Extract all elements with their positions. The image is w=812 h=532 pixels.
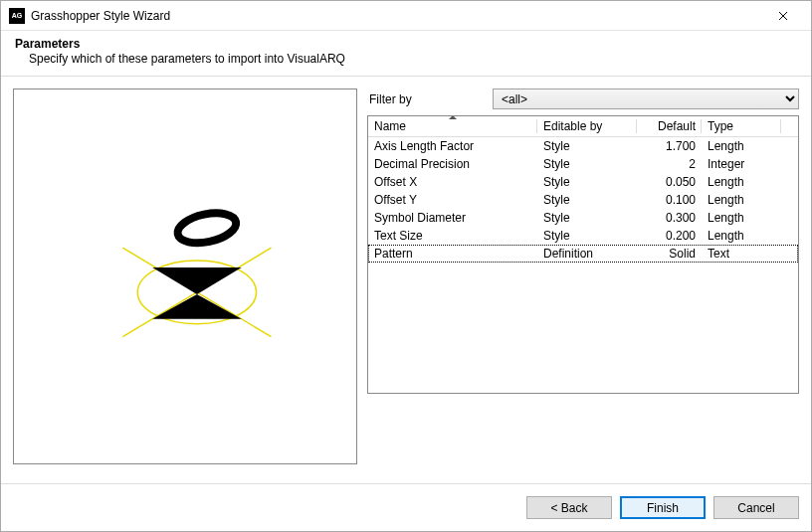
cell-editable_by: Style <box>537 137 637 156</box>
cell-default: 1.700 <box>637 137 702 156</box>
cell-editable_by: Style <box>537 155 637 173</box>
cell-spacer <box>781 209 798 227</box>
svg-point-3 <box>175 208 239 248</box>
header: Parameters Specify which of these parame… <box>1 31 811 77</box>
table-row[interactable]: Offset XStyle0.050Length <box>368 173 798 191</box>
cell-name: Text Size <box>368 227 537 245</box>
filter-select[interactable]: <all> <box>493 89 799 109</box>
back-button[interactable]: < Back <box>526 496 612 519</box>
page-title: Parameters <box>15 37 797 51</box>
cell-name: Symbol Diameter <box>368 209 537 227</box>
footer: < Back Finish Cancel <box>1 483 811 531</box>
cell-editable_by: Style <box>537 191 637 209</box>
cancel-button[interactable]: Cancel <box>713 496 799 519</box>
column-header-spacer <box>781 116 798 137</box>
cell-name: Axis Length Factor <box>368 137 537 156</box>
app-icon-text: AG <box>12 12 23 19</box>
column-header-editable-by[interactable]: Editable by <box>537 116 637 137</box>
cell-editable_by: Style <box>537 209 637 227</box>
column-header-name[interactable]: Name <box>368 116 537 137</box>
cell-default: 2 <box>637 155 702 173</box>
cell-name: Offset X <box>368 173 537 191</box>
table-row[interactable]: Offset YStyle0.100Length <box>368 191 798 209</box>
cell-name: Decimal Precision <box>368 155 537 173</box>
cell-spacer <box>781 137 798 156</box>
cell-type: Text <box>702 245 781 263</box>
cell-editable_by: Definition <box>537 245 637 263</box>
cell-spacer <box>781 245 798 263</box>
cell-default: 0.050 <box>637 173 702 191</box>
cell-spacer <box>781 227 798 245</box>
filter-label: Filter by <box>367 92 485 106</box>
cell-spacer <box>781 173 798 191</box>
preview-panel <box>13 89 357 464</box>
body: Filter by <all> Name Editable by Default <box>1 77 811 483</box>
table-row[interactable]: PatternDefinitionSolidText <box>368 245 798 263</box>
cell-type: Length <box>702 137 781 156</box>
cell-type: Length <box>702 173 781 191</box>
page-subtitle: Specify which of these parameters to imp… <box>15 52 797 66</box>
right-panel: Filter by <all> Name Editable by Default <box>367 89 799 479</box>
cell-spacer <box>781 191 798 209</box>
finish-button[interactable]: Finish <box>620 496 706 519</box>
sort-indicator-icon <box>449 115 457 119</box>
preview-illustration <box>14 89 356 463</box>
column-header-type[interactable]: Type <box>702 116 781 137</box>
cell-default: 0.300 <box>637 209 702 227</box>
cell-default: 0.100 <box>637 191 702 209</box>
cell-default: 0.200 <box>637 227 702 245</box>
parameters-table: Name Editable by Default Type Axis Lengt… <box>367 115 799 394</box>
cell-type: Length <box>702 191 781 209</box>
close-icon <box>778 11 788 21</box>
column-header-default[interactable]: Default <box>637 116 702 137</box>
table-row[interactable]: Symbol DiameterStyle0.300Length <box>368 209 798 227</box>
table-row[interactable]: Text SizeStyle0.200Length <box>368 227 798 245</box>
cell-name: Offset Y <box>368 191 537 209</box>
cell-default: Solid <box>637 245 702 263</box>
table-row[interactable]: Axis Length FactorStyle1.700Length <box>368 137 798 156</box>
app-icon: AG <box>9 8 25 24</box>
cell-type: Length <box>702 209 781 227</box>
table-header-row: Name Editable by Default Type <box>368 116 798 137</box>
titlebar: AG Grasshopper Style Wizard <box>1 1 811 31</box>
cell-type: Length <box>702 227 781 245</box>
window-title: Grasshopper Style Wizard <box>31 9 170 23</box>
cell-editable_by: Style <box>537 227 637 245</box>
cell-type: Integer <box>702 155 781 173</box>
cell-name: Pattern <box>368 245 537 263</box>
wizard-window: AG Grasshopper Style Wizard Parameters S… <box>0 0 812 532</box>
filter-row: Filter by <all> <box>367 89 799 109</box>
cell-editable_by: Style <box>537 173 637 191</box>
column-header-name-label: Name <box>374 119 406 133</box>
close-button[interactable] <box>763 2 803 30</box>
cell-spacer <box>781 155 798 173</box>
table-row[interactable]: Decimal PrecisionStyle2Integer <box>368 155 798 173</box>
